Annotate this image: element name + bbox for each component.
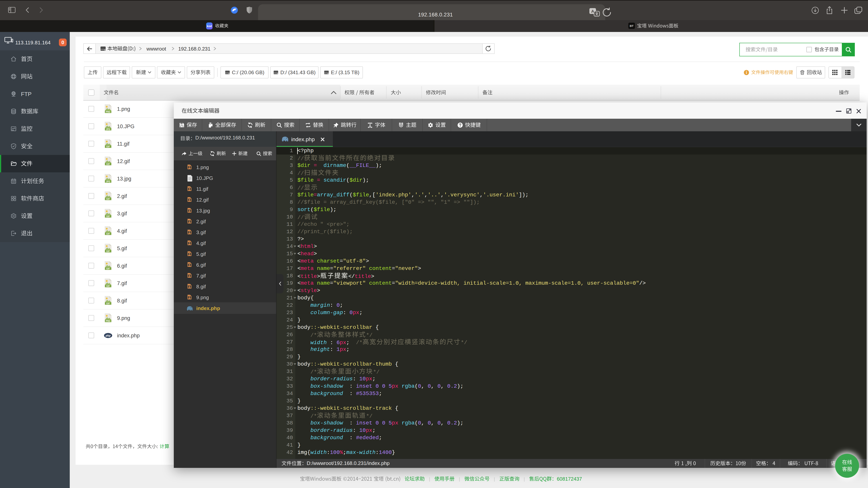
svg-text:JPG: JPG xyxy=(106,128,110,130)
svg-text:GIF: GIF xyxy=(106,198,110,200)
svg-text:GIF: GIF xyxy=(106,215,110,218)
svg-text:PNG: PNG xyxy=(106,110,111,113)
svg-text:GIF: GIF xyxy=(106,250,110,252)
svg-text:GIF: GIF xyxy=(106,302,110,304)
svg-text:GIF: GIF xyxy=(106,145,110,148)
svg-text:GIF: GIF xyxy=(106,233,110,235)
svg-text:php: php xyxy=(105,334,111,337)
svg-text:GIF: GIF xyxy=(106,267,110,270)
svg-text:GIF: GIF xyxy=(106,285,110,287)
svg-text:GIF: GIF xyxy=(106,163,110,165)
svg-text:JPG: JPG xyxy=(106,180,110,183)
svg-text:PNG: PNG xyxy=(106,320,111,322)
svg-text:kod: kod xyxy=(207,25,212,28)
svg-text:BT: BT xyxy=(630,24,633,28)
